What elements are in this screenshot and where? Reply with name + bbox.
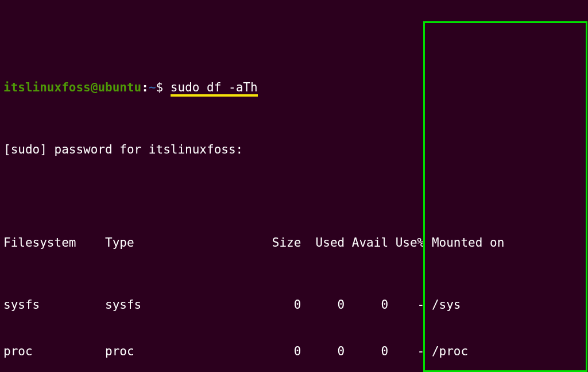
prompt-user: itslinuxfoss (3, 80, 91, 94)
prompt-at: @ (91, 80, 98, 94)
prompt-host: ubuntu (98, 80, 141, 94)
header-mounted: Mounted on (424, 235, 504, 251)
header-used: Used (301, 235, 345, 251)
prompt-dollar: $ (156, 80, 171, 94)
prompt-line: itslinuxfoss@ubuntu:~$ sudo df -aTh (3, 64, 585, 80)
terminal-output[interactable]: itslinuxfoss@ubuntu:~$ sudo df -aTh [sud… (0, 0, 588, 372)
header-filesystem: Filesystem (3, 235, 105, 251)
prompt-path: ~ (149, 80, 156, 94)
table-header: FilesystemTypeSizeUsedAvailUse%Mounted o… (3, 220, 585, 235)
sudo-password-line: [sudo] password for itslinuxfoss: (3, 142, 585, 158)
header-avail: Avail (345, 235, 388, 251)
header-usep: Use% (388, 235, 424, 251)
table-row: procproc000-/proc (3, 344, 585, 359)
table-row: sysfssysfs000-/sys (3, 297, 585, 313)
command-text: sudo df -aTh (171, 80, 258, 97)
prompt-colon: : (141, 80, 149, 94)
header-type: Type (105, 235, 265, 251)
header-size: Size (265, 235, 301, 251)
